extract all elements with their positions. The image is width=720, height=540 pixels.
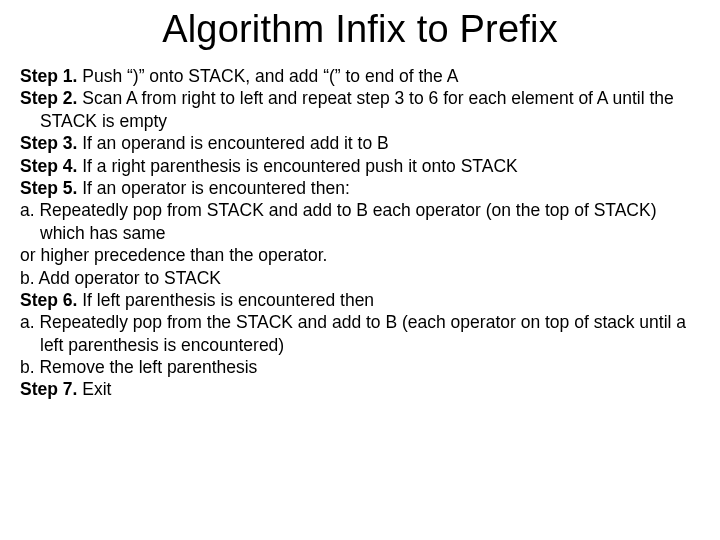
- step-label: Step 4.: [20, 156, 77, 176]
- step-text: Push “)” onto STACK, and add “(” to end …: [77, 66, 458, 86]
- step-line: Step 5. If an operator is encountered th…: [20, 177, 700, 199]
- step-line: Step 7. Exit: [20, 378, 700, 400]
- slide: Algorithm Infix to Prefix Step 1. Push “…: [0, 0, 720, 540]
- step-line: or higher precedence than the operator.: [20, 244, 700, 266]
- page-title: Algorithm Infix to Prefix: [20, 8, 700, 51]
- step-text: Exit: [77, 379, 111, 399]
- step-text: If an operator is encountered then:: [77, 178, 349, 198]
- step-label: Step 7.: [20, 379, 77, 399]
- step-text: a. Repeatedly pop from the STACK and add…: [20, 312, 686, 354]
- step-line: Step 1. Push “)” onto STACK, and add “(”…: [20, 65, 700, 87]
- step-label: Step 3.: [20, 133, 77, 153]
- step-text: b. Add operator to STACK: [20, 268, 221, 288]
- step-label: Step 1.: [20, 66, 77, 86]
- step-line: a. Repeatedly pop from STACK and add to …: [20, 199, 700, 244]
- step-line: a. Repeatedly pop from the STACK and add…: [20, 311, 700, 356]
- step-text: If an operand is encountered add it to B: [77, 133, 388, 153]
- step-label: Step 5.: [20, 178, 77, 198]
- step-label: Step 6.: [20, 290, 77, 310]
- step-line: Step 4. If a right parenthesis is encoun…: [20, 155, 700, 177]
- step-text: a. Repeatedly pop from STACK and add to …: [20, 200, 657, 242]
- step-text: or higher precedence than the operator.: [20, 245, 327, 265]
- step-text: b. Remove the left parenthesis: [20, 357, 257, 377]
- step-line: Step 6. If left parenthesis is encounter…: [20, 289, 700, 311]
- step-line: Step 2. Scan A from right to left and re…: [20, 87, 700, 132]
- step-line: Step 3. If an operand is encountered add…: [20, 132, 700, 154]
- step-label: Step 2.: [20, 88, 77, 108]
- step-line: b. Remove the left parenthesis: [20, 356, 700, 378]
- step-text: If left parenthesis is encountered then: [77, 290, 374, 310]
- step-text: If a right parenthesis is encountered pu…: [77, 156, 517, 176]
- step-line: b. Add operator to STACK: [20, 267, 700, 289]
- algorithm-body: Step 1. Push “)” onto STACK, and add “(”…: [20, 65, 700, 401]
- step-text: Scan A from right to left and repeat ste…: [40, 88, 674, 130]
